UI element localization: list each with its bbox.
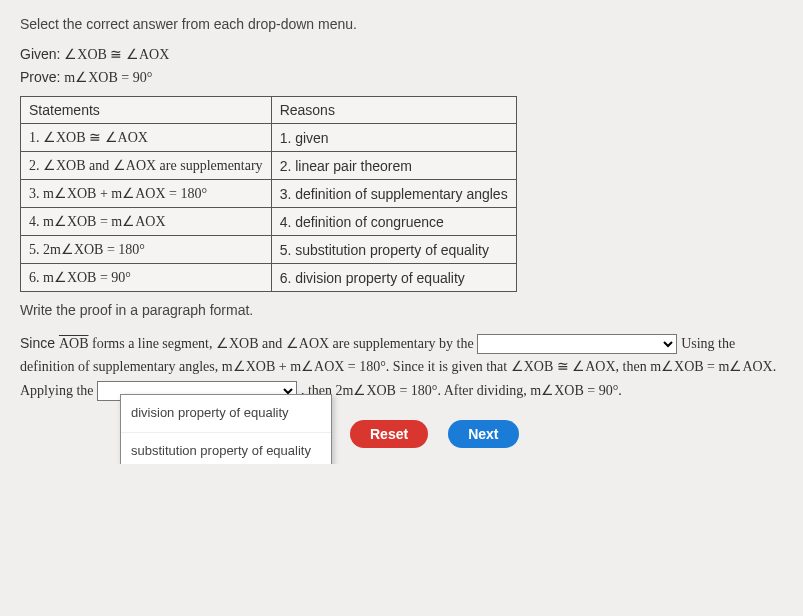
reason-cell: 5. substitution property of equality bbox=[271, 236, 516, 264]
table-row: 6. m∠XOB = 90°6. division property of eq… bbox=[21, 264, 517, 292]
header-statements: Statements bbox=[21, 97, 272, 124]
table-row: 5. 2m∠XOB = 180°5. substitution property… bbox=[21, 236, 517, 264]
header-reasons: Reasons bbox=[271, 97, 516, 124]
prove-label: Prove: bbox=[20, 69, 60, 85]
statement-cell: 5. 2m∠XOB = 180° bbox=[21, 236, 272, 264]
reason-cell: 6. division property of equality bbox=[271, 264, 516, 292]
proof-table: Statements Reasons 1. ∠XOB ≅ ∠AOX1. give… bbox=[20, 96, 517, 292]
table-header-row: Statements Reasons bbox=[21, 97, 517, 124]
given-line: Given: ∠XOB ≅ ∠AOX bbox=[20, 46, 783, 63]
statement-cell: 3. m∠XOB + m∠AOX = 180° bbox=[21, 180, 272, 208]
dropdown-option[interactable]: substitution property of equality bbox=[121, 433, 331, 464]
statement-cell: 1. ∠XOB ≅ ∠AOX bbox=[21, 124, 272, 152]
reason-cell: 2. linear pair theorem bbox=[271, 152, 516, 180]
table-row: 1. ∠XOB ≅ ∠AOX1. given bbox=[21, 124, 517, 152]
statement-cell: 6. m∠XOB = 90° bbox=[21, 264, 272, 292]
reason-cell: 1. given bbox=[271, 124, 516, 152]
prove-line: Prove: m∠XOB = 90° bbox=[20, 69, 783, 86]
dropdown-option[interactable]: division property of equality bbox=[121, 395, 331, 433]
button-row: Reset Next bbox=[350, 420, 783, 448]
given-label: Given: bbox=[20, 46, 60, 62]
given-expression: ∠XOB ≅ ∠AOX bbox=[64, 47, 169, 62]
statement-cell: 2. ∠XOB and ∠AOX are supplementary bbox=[21, 152, 272, 180]
segment-aob: AOB bbox=[59, 336, 89, 351]
dropdown-menu-open: division property of equality substituti… bbox=[120, 394, 332, 464]
para-text: Since bbox=[20, 335, 59, 351]
statement-cell: 4. m∠XOB = m∠AOX bbox=[21, 208, 272, 236]
next-button[interactable]: Next bbox=[448, 420, 518, 448]
reason-cell: 3. definition of supplementary angles bbox=[271, 180, 516, 208]
table-row: 4. m∠XOB = m∠AOX4. definition of congrue… bbox=[21, 208, 517, 236]
table-row: 2. ∠XOB and ∠AOX are supplementary2. lin… bbox=[21, 152, 517, 180]
instruction-text: Select the correct answer from each drop… bbox=[20, 16, 783, 32]
write-paragraph-label: Write the proof in a paragraph format. bbox=[20, 302, 783, 318]
reset-button[interactable]: Reset bbox=[350, 420, 428, 448]
prove-expression: m∠XOB = 90° bbox=[64, 70, 152, 85]
para-text: forms a line segment, ∠XOB and ∠AOX are … bbox=[88, 336, 477, 351]
proof-paragraph: Since AOB forms a line segment, ∠XOB and… bbox=[20, 332, 783, 448]
para-text: , then 2m∠XOB = 180°. After dividing, m∠… bbox=[301, 383, 622, 398]
dropdown-1[interactable] bbox=[477, 334, 677, 354]
reason-cell: 4. definition of congruence bbox=[271, 208, 516, 236]
table-row: 3. m∠XOB + m∠AOX = 180°3. definition of … bbox=[21, 180, 517, 208]
